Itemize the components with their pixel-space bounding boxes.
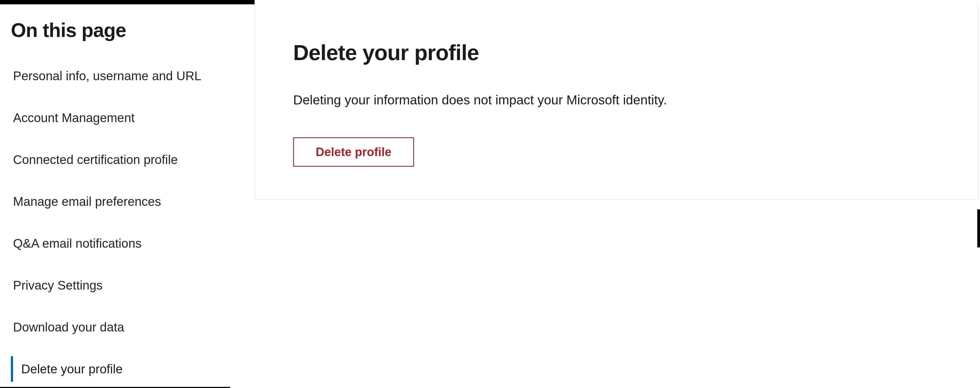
sidebar-item-label: Connected certification profile [13,153,178,167]
sidebar-item-label: Download your data [13,320,124,334]
sidebar-topbar-decor [0,0,255,4]
sidebar-item-download-your-data[interactable]: Download your data [11,314,244,340]
sidebar-item-label: Personal info, username and URL [13,69,201,83]
right-edge-marker [977,209,980,247]
main-area: Delete your profile Deleting your inform… [255,0,980,388]
sidebar-item-label: Delete your profile [21,362,123,376]
delete-profile-description: Deleting your information does not impac… [293,93,940,107]
sidebar: On this page Personal info, username and… [0,0,255,388]
page-title: Delete your profile [293,40,940,65]
delete-profile-button[interactable]: Delete profile [293,137,414,167]
delete-profile-card: Delete your profile Deleting your inform… [255,5,978,200]
sidebar-item-delete-your-profile[interactable]: Delete your profile [11,356,244,382]
sidebar-bottom-divider [0,387,230,388]
sidebar-item-label: Account Management [13,111,135,125]
sidebar-item-personal-info[interactable]: Personal info, username and URL [11,63,244,89]
sidebar-item-account-management[interactable]: Account Management [11,105,244,131]
sidebar-item-label: Q&A email notifications [13,236,142,251]
sidebar-item-label: Manage email preferences [13,195,161,209]
sidebar-item-manage-email-preferences[interactable]: Manage email preferences [11,189,244,214]
sidebar-item-label: Privacy Settings [13,278,103,292]
sidebar-item-qa-email-notifications[interactable]: Q&A email notifications [11,231,244,256]
sidebar-item-privacy-settings[interactable]: Privacy Settings [11,273,244,298]
sidebar-title: On this page [11,19,244,42]
sidebar-nav: Personal info, username and URL Account … [11,63,244,382]
sidebar-item-connected-certification[interactable]: Connected certification profile [11,147,244,172]
